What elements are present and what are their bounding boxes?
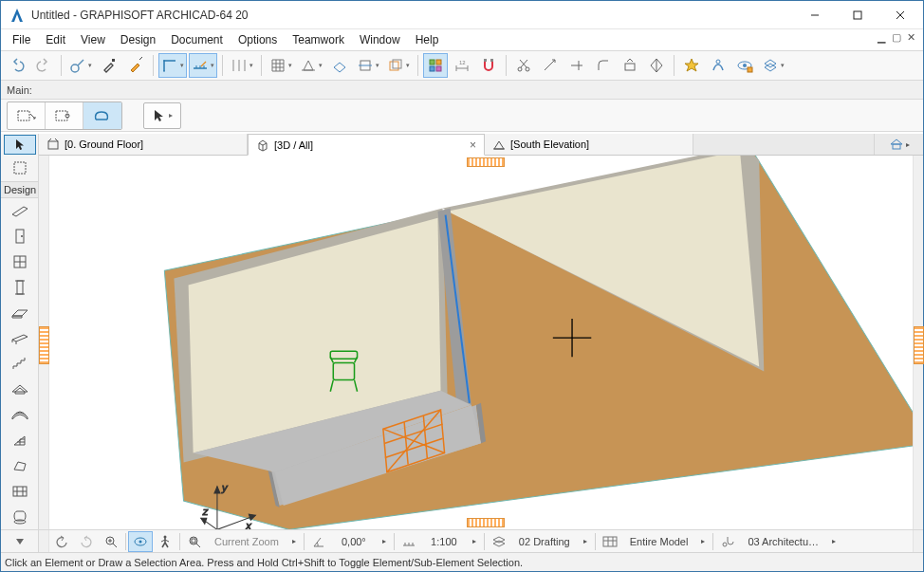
grid-button[interactable]: ▾ [267,53,295,78]
toolbox-scroll-down[interactable] [1,530,39,552]
fit-button[interactable] [182,531,207,552]
layers-icon [487,531,511,552]
svg-point-47 [743,64,747,67]
fillet-button[interactable] [591,53,616,78]
ruler-button[interactable]: ▾ [158,53,187,78]
suspend-groups-button[interactable] [423,53,448,78]
mdi-restore-button[interactable]: ▢ [890,31,902,44]
angle-dropdown[interactable]: ▸ [377,537,392,545]
svg-text:x: x [245,520,251,529]
layers-button[interactable]: ▾ [759,53,787,78]
svg-line-7 [78,60,83,65]
tab-ground-floor[interactable]: [0. Ground Floor] [39,134,248,155]
svg-point-34 [518,67,522,71]
dimension-button[interactable]: 12 [450,53,474,78]
walk-button[interactable] [153,531,177,552]
tab-south-elevation[interactable]: [South Elevation] [485,134,693,155]
right-panel-handle[interactable] [913,156,923,529]
menu-document[interactable]: Document [163,31,231,48]
svg-marker-74 [12,310,28,316]
door-tool[interactable] [4,224,36,249]
zoom-button[interactable] [99,531,123,552]
mesh-tool[interactable] [4,478,36,504]
dim-style-dropdown[interactable]: ▸ [826,537,841,545]
resize-button[interactable] [618,53,642,78]
left-panel-handle[interactable] [39,156,49,529]
selection-mode-1[interactable] [8,102,46,129]
slab-tool[interactable] [4,300,36,325]
trace-button[interactable]: ▾ [384,53,413,78]
cut-button[interactable] [511,53,536,78]
orbit-button[interactable] [128,531,153,552]
menu-teamwork[interactable]: Teamwork [285,31,352,48]
tab-3d-all[interactable]: [3D / All] × [248,134,485,156]
selection-mode-3[interactable] [83,102,121,129]
mdi-minimize-button[interactable]: ▁ [875,31,887,44]
intersect-button[interactable] [564,53,589,78]
morph-tool[interactable] [4,452,36,478]
snap-button[interactable]: ▾ [297,53,325,78]
eyedropper-button[interactable] [97,53,121,78]
elevation-icon [492,138,506,151]
plane-button[interactable] [327,53,352,78]
show-button[interactable] [732,53,757,78]
redo-button[interactable] [31,53,56,78]
adjust-button[interactable] [538,53,563,78]
selection-mode-2[interactable] [46,102,83,129]
magnet-button[interactable] [476,53,501,78]
window-tool[interactable] [4,249,36,275]
menu-file[interactable]: File [5,31,38,48]
svg-rect-48 [748,67,752,72]
tab-overflow-button[interactable]: ▸ [874,134,923,155]
beam-tool[interactable] [4,325,36,351]
arrow-tool[interactable] [4,135,36,155]
infobar-label: Main: [7,84,32,96]
pick-button[interactable]: ▾ [66,53,95,78]
window-minimize-button[interactable] [793,1,836,28]
zoom-dropdown[interactable]: ▸ [286,537,302,545]
menu-options[interactable]: Options [231,31,285,48]
arrow-mode-button[interactable]: ▸ [143,102,181,129]
column-tool[interactable] [4,274,36,300]
cutplane-button[interactable]: ▾ [354,53,382,78]
titlebar: Untitled - GRAPHISOFT ARCHICAD-64 20 [1,1,923,29]
svg-point-140 [190,537,197,544]
favorites-button[interactable] [679,53,704,78]
curtainwall-tool[interactable] [4,428,36,453]
floorplan-icon [46,138,60,151]
guides-button[interactable]: ▾ [228,53,256,78]
model-view-dropdown[interactable]: ▸ [695,537,711,545]
menu-help[interactable]: Help [408,31,447,48]
bottom-panel-handle[interactable] [467,518,505,527]
svg-marker-148 [493,541,505,546]
undo-button[interactable] [5,53,29,78]
menu-window[interactable]: Window [352,31,408,48]
menu-edit[interactable]: Edit [38,31,73,48]
measure-button[interactable]: ▾ [189,53,217,78]
shell-tool[interactable] [4,402,36,428]
stair-tool[interactable] [4,351,36,377]
svg-rect-3 [854,11,861,19]
menu-design[interactable]: Design [113,31,163,48]
tab-close-button[interactable]: × [470,138,476,152]
svg-rect-25 [436,60,441,65]
marquee-tool[interactable] [4,156,36,181]
attributes-button[interactable] [706,53,730,78]
nav-back-button[interactable] [49,531,74,552]
svg-marker-76 [12,335,28,341]
inject-button[interactable] [123,53,148,78]
window-maximize-button[interactable] [836,1,878,28]
window-close-button[interactable] [878,1,921,28]
mdi-close-button[interactable]: ✕ [905,31,917,44]
object-tool[interactable] [4,504,36,529]
nav-forward-button[interactable] [74,531,99,552]
viewport-3d[interactable]: y z x [49,156,913,529]
scale-dropdown[interactable]: ▸ [467,537,482,545]
wall-tool[interactable] [4,198,36,224]
split-button[interactable] [644,53,669,78]
svg-point-45 [716,60,720,64]
svg-marker-80 [15,388,25,394]
roof-tool[interactable] [4,377,36,402]
menu-view[interactable]: View [73,31,113,48]
layer-combo-dropdown[interactable]: ▸ [578,537,593,545]
